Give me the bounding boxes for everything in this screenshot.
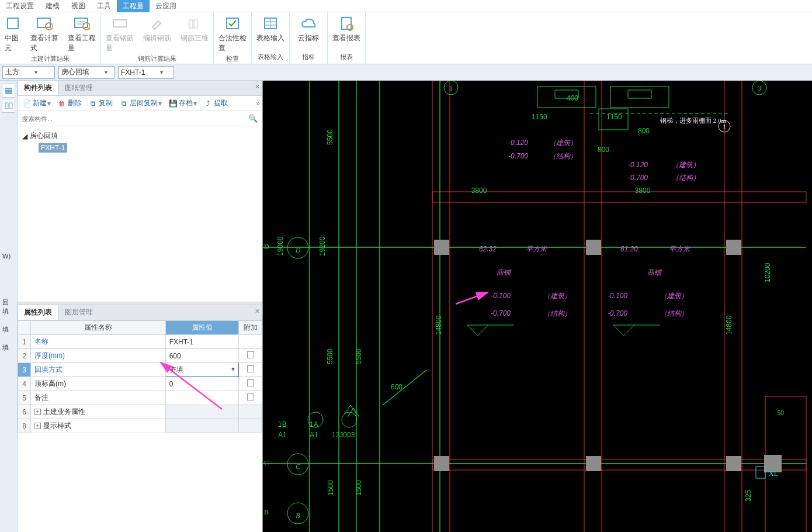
menu-item[interactable]: 云应用 (150, 0, 182, 12)
ribbon-view-quantity[interactable]: 查看工程量 (63, 12, 100, 53)
floor-copy-icon: ⧉ (120, 99, 128, 108)
toolbar-delete[interactable]: 🗑删除 (55, 97, 85, 109)
menu-item[interactable]: 建模 (40, 0, 65, 12)
edit-rebar-icon (148, 15, 166, 32)
table-row-selected[interactable]: 3 回填方式 夯填▾ (18, 363, 262, 377)
svg-rect-8 (189, 20, 193, 28)
sidebar-btn-1[interactable] (2, 84, 15, 98)
component-search[interactable]: 🔍 (18, 111, 262, 126)
svg-rect-21 (9, 103, 12, 109)
ribbon-group-label: 指标 (290, 51, 327, 64)
tab-component-list[interactable]: 构件列表 (18, 80, 58, 95)
ribbon-group-label: 报表 (328, 51, 365, 64)
svg-line-35 (383, 370, 426, 405)
expand-icon[interactable]: + (34, 423, 41, 429)
toolbar-floor-copy[interactable]: ⧉层间复制▾ (117, 97, 165, 109)
delete-icon: 🗑 (58, 99, 66, 108)
ribbon-group-label: 检查 (214, 53, 251, 65)
ribbon-zhong-tuyuan[interactable]: 中图元 (0, 12, 26, 53)
svg-text:C: C (296, 462, 301, 471)
svg-text:-0.700: -0.700 (628, 174, 648, 182)
svg-text:1500: 1500 (355, 480, 363, 496)
toolbar-copy[interactable]: ⧉复制 (86, 97, 116, 109)
svg-text:钢梯，进多雨棚面 2.0m: 钢梯，进多雨棚面 2.0m (660, 117, 727, 124)
ribbon-group-label: 表格输入 (252, 51, 289, 64)
table-row[interactable]: 2 厚度(mm) 600 (18, 349, 262, 363)
menu-item[interactable]: 工程设置 (0, 0, 40, 12)
cloud-icon (300, 15, 317, 32)
selector-category[interactable]: 土方▾ (2, 66, 55, 79)
sidebar-label: 填 (0, 320, 17, 338)
panel-close-icon[interactable]: ✕ (255, 308, 260, 315)
ribbon-view-report[interactable]: 查看报表 (328, 12, 365, 51)
ribbon-cloud-index[interactable]: 云指标 (290, 12, 327, 51)
selector-component[interactable]: FXHT-1▾ (118, 66, 174, 79)
search-input[interactable] (20, 113, 260, 124)
toolbar-new[interactable]: 📄新建▾ (20, 97, 54, 109)
svg-text:1150: 1150 (532, 113, 547, 121)
svg-rect-20 (5, 103, 8, 109)
svg-rect-26 (432, 460, 806, 470)
prop-head-name: 属性名称 (31, 321, 166, 335)
tree-child[interactable]: FXHT-1 (36, 142, 260, 154)
ribbon-table-input[interactable]: 表格输入 (252, 12, 289, 51)
toolbar-more-icon[interactable]: » (256, 99, 260, 108)
svg-text:50: 50 (777, 409, 784, 417)
table-row[interactable]: 1 名称 FXHT-1 (18, 335, 262, 349)
menu-item[interactable]: 视图 (65, 0, 91, 12)
table-row[interactable]: 6 +土建业务属性 (18, 405, 262, 419)
ribbon-rebar-qty: 查看钢筋量 (101, 12, 138, 53)
checkbox-icon[interactable] (247, 379, 254, 386)
search-icon[interactable]: 🔍 (248, 114, 258, 123)
toolbar-extract[interactable]: ⤴提取 (201, 97, 231, 109)
svg-text:-0.700: -0.700 (491, 309, 511, 317)
tab-property-list[interactable]: 属性列表 (18, 305, 58, 320)
tab-layer-manage[interactable]: 图层管理 (58, 305, 99, 320)
svg-text:（建筑）: （建筑） (543, 292, 571, 300)
selector-type[interactable]: 房心回填▾ (58, 66, 114, 79)
cad-canvas[interactable]: 1 3 D C B D C B 1150 1150 3800 (263, 81, 812, 532)
svg-rect-110 (756, 467, 765, 478)
toolbar-archive[interactable]: 💾存档▾ (166, 97, 200, 109)
panel-close-icon[interactable]: ✕ (255, 83, 260, 91)
report-icon (338, 15, 355, 32)
tab-drawing-manage[interactable]: 图纸管理 (58, 80, 99, 95)
svg-text:-0.100: -0.100 (608, 292, 627, 300)
svg-text:（建筑）: （建筑） (672, 161, 700, 169)
svg-text:商铺: 商铺 (647, 268, 662, 277)
collapse-icon: ◢ (22, 132, 27, 140)
svg-text:（结构）: （结构） (660, 309, 688, 317)
menu-item-active[interactable]: 工程量 (117, 0, 150, 12)
menu-item[interactable]: 工具 (91, 0, 117, 12)
tree-root[interactable]: ◢房心回填 (20, 130, 260, 142)
expand-icon[interactable]: + (34, 409, 41, 415)
checkbox-icon[interactable] (247, 393, 254, 400)
rebar-icon (111, 15, 129, 32)
svg-text:400: 400 (567, 94, 578, 102)
selector-bar: 土方▾ 房心回填▾ FXHT-1▾ (0, 64, 812, 81)
table-row[interactable]: 4 顶标高(m) 0 (18, 377, 262, 391)
svg-text:800: 800 (638, 127, 650, 135)
quantity-icon (73, 15, 91, 32)
svg-text:5500: 5500 (355, 348, 363, 364)
ribbon-view-formula[interactable]: 查看计算式 (26, 12, 63, 53)
sidebar-label: W) (0, 248, 17, 264)
ribbon: 中图元 查看计算式 查看工程量 土建计算结果 查看钢筋量 编辑钢筋 (0, 12, 812, 64)
component-tree: ◢房心回填 FXHT-1 (18, 126, 262, 302)
table-row[interactable]: 5 备注 (18, 391, 262, 405)
sidebar-label: 填 (0, 338, 17, 357)
formula-icon (36, 15, 53, 32)
checkbox-icon[interactable] (247, 365, 254, 372)
svg-text:-0.120: -0.120 (628, 161, 648, 169)
dropdown-icon[interactable]: ▾ (231, 365, 235, 373)
copy-icon: ⧉ (89, 99, 97, 108)
sidebar-label: 回填 (0, 293, 17, 320)
table-row[interactable]: 8 +显示样式 (18, 419, 262, 433)
svg-text:（结构）: （结构） (543, 309, 571, 317)
svg-text:10200: 10200 (764, 262, 772, 282)
checkbox-icon[interactable] (247, 351, 254, 358)
cad-drawing: 1 3 D C B D C B 1150 1150 3800 (263, 81, 812, 532)
sidebar-btn-2[interactable] (2, 99, 15, 113)
svg-rect-39 (434, 456, 449, 471)
ribbon-validity-check[interactable]: 合法性检查 (214, 12, 251, 53)
